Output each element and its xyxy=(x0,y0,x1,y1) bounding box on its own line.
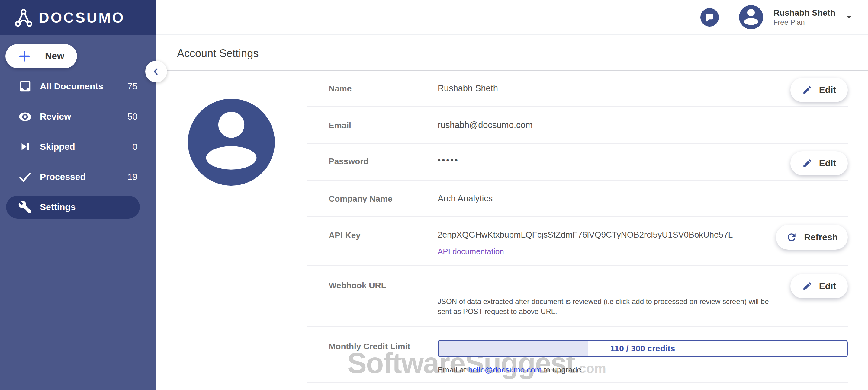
credit-progress-text: 110 / 300 credits xyxy=(438,341,847,357)
edit-button-label: Edit xyxy=(819,158,836,168)
edit-name-button[interactable]: Edit xyxy=(790,78,848,102)
edit-password-button[interactable]: Edit xyxy=(790,151,848,175)
chat-button[interactable] xyxy=(701,8,719,27)
sidebar-item-count: 50 xyxy=(127,111,137,122)
company-label: Company Name xyxy=(329,194,393,204)
edit-button-label: Edit xyxy=(819,85,836,95)
email-value: rushabh@docsumo.com xyxy=(438,120,533,130)
api-key-label: API Key xyxy=(329,231,361,240)
brand-logo[interactable]: DOCSUMO xyxy=(0,0,156,35)
email-label: Email xyxy=(329,121,351,130)
inbox-icon xyxy=(18,79,32,93)
sidebar-item-label: Processed xyxy=(40,172,86,182)
user-avatar[interactable] xyxy=(739,5,763,29)
user-plan-badge: Free Plan xyxy=(773,18,835,27)
refresh-button-label: Refresh xyxy=(804,232,838,242)
page-title: Account Settings xyxy=(177,47,258,60)
pencil-icon xyxy=(802,158,812,168)
pencil-icon xyxy=(802,85,812,95)
sidebar-item-count: 75 xyxy=(127,81,137,92)
upgrade-note-prefix: Email at xyxy=(438,365,468,374)
docsumo-logo-icon xyxy=(14,8,33,28)
main-content: Rushabh Sheth Free Plan Account Settings… xyxy=(156,0,868,390)
api-key-row: API Key 2enpXQGHwKtxbupmLQFcjsStZdmF76lV… xyxy=(307,217,848,266)
pencil-icon xyxy=(802,281,812,291)
sidebar-item-settings[interactable]: Settings xyxy=(6,196,140,219)
credit-limit-row: Monthly Credit Limit 110 / 300 credits E… xyxy=(307,327,848,383)
brand-name: DOCSUMO xyxy=(39,9,125,26)
webhook-description: JSON of data extracted after document is… xyxy=(438,296,770,316)
new-button-label: New xyxy=(45,51,64,62)
refresh-icon xyxy=(786,231,797,243)
sidebar-collapse-button[interactable] xyxy=(145,61,167,83)
sidebar-item-label: Skipped xyxy=(40,141,75,152)
company-row: Company Name Arch Analytics xyxy=(307,181,848,217)
chat-bubble-icon xyxy=(701,8,719,27)
api-documentation-link[interactable]: API documentation xyxy=(438,247,504,256)
name-value: Rushabh Sheth xyxy=(438,83,498,93)
wrench-icon xyxy=(18,200,32,214)
chevron-left-icon xyxy=(151,66,161,77)
sidebar: DOCSUMO New All Documents 75 Review xyxy=(0,0,156,390)
user-name: Rushabh Sheth xyxy=(773,8,835,18)
upgrade-note: Email at hello@docsumo.com to upgrade xyxy=(438,365,581,375)
webhook-row: Webhook URL JSON of data extracted after… xyxy=(307,266,848,327)
name-row: Name Rushabh Sheth Edit xyxy=(307,71,848,107)
name-label: Name xyxy=(329,84,351,94)
new-document-button[interactable]: New xyxy=(5,44,77,68)
sidebar-item-label: Settings xyxy=(40,202,75,212)
profile-picture xyxy=(188,99,275,186)
user-menu[interactable]: Rushabh Sheth Free Plan xyxy=(773,8,835,27)
sidebar-item-label: All Documents xyxy=(40,81,103,92)
skip-next-icon xyxy=(18,140,32,154)
api-key-value: 2enpXQGHwKtxbupmLQFcjsStZdmF76lVQ9CTyNOB… xyxy=(438,230,733,240)
edit-webhook-button[interactable]: Edit xyxy=(790,274,848,298)
password-value: ••••• xyxy=(438,156,459,165)
plus-icon xyxy=(18,49,31,63)
sidebar-item-count: 19 xyxy=(127,172,137,182)
company-value: Arch Analytics xyxy=(438,194,493,203)
check-icon xyxy=(18,170,32,184)
email-row: Email rushabh@docsumo.com xyxy=(307,107,848,144)
chevron-down-icon[interactable] xyxy=(845,13,853,21)
refresh-api-key-button[interactable]: Refresh xyxy=(776,225,848,250)
password-label: Password xyxy=(329,157,369,166)
upgrade-email-link[interactable]: hello@docsumo.com xyxy=(468,365,541,374)
sidebar-item-count: 0 xyxy=(132,141,137,152)
edit-button-label: Edit xyxy=(819,281,836,291)
webhook-label: Webhook URL xyxy=(329,281,386,290)
account-settings-form: Name Rushabh Sheth Edit Email rushabh@do… xyxy=(307,71,848,383)
password-row: Password ••••• Edit xyxy=(307,144,848,181)
sidebar-item-skipped[interactable]: Skipped 0 xyxy=(0,132,156,162)
sidebar-item-all-documents[interactable]: All Documents 75 xyxy=(0,71,156,101)
upgrade-note-suffix: to upgrade xyxy=(541,365,581,374)
sidebar-item-processed[interactable]: Processed 19 xyxy=(0,162,156,192)
sidebar-menu: All Documents 75 Review 50 Skipped 0 xyxy=(0,71,156,222)
sidebar-item-label: Review xyxy=(40,111,71,122)
credit-progress-bar: 110 / 300 credits xyxy=(438,340,848,357)
eye-icon xyxy=(18,109,32,124)
sidebar-item-review[interactable]: Review 50 xyxy=(0,101,156,132)
credit-limit-label: Monthly Credit Limit xyxy=(329,342,410,351)
topbar: Rushabh Sheth Free Plan xyxy=(156,0,868,35)
docsumo-app: DOCSUMO New All Documents 75 Review xyxy=(0,0,868,390)
